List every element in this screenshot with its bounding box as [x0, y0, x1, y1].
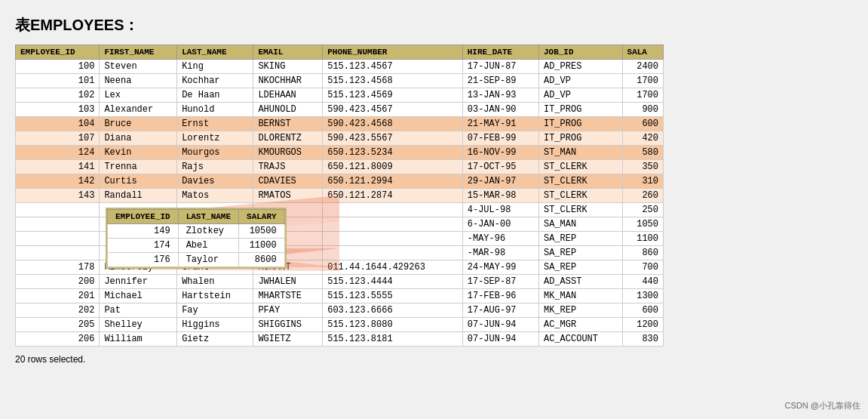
subquery-row: 149 Zlotkey 10500: [108, 224, 285, 239]
page-title: 表EMPLOYEES：: [15, 15, 853, 35]
subquery-table-wrapper: EMPLOYEE_ID LAST_NAME SALARY 149 Zlotkey…: [106, 208, 287, 269]
table-row: 200 Jennifer Whalen JWHALEN 515.123.4444…: [16, 275, 664, 289]
employees-table: EMPLOYEE_ID FIRST_NAME LAST_NAME EMAIL P…: [15, 45, 664, 347]
table-row: 141 Trenna Rajs TRAJS 650.121.8009 17-OC…: [16, 160, 664, 174]
sub-col-salary: SALARY: [239, 210, 285, 224]
subquery-table: EMPLOYEE_ID LAST_NAME SALARY 149 Zlotkey…: [107, 209, 285, 267]
table-row: 102 Lex De Haan LDEHAAN 515.123.4569 13-…: [16, 88, 664, 103]
table-row: 124 Kevin Mourgos KMOURGOS 650.123.5234 …: [16, 146, 664, 160]
table-row: 103 Alexander Hunold AHUNOLD 590.423.456…: [16, 103, 664, 117]
title-prefix: 表: [15, 17, 30, 33]
table-row: 107 Diana Lorentz DLORENTZ 590.423.5567 …: [16, 131, 664, 146]
title-main: EMPLOYEES：: [30, 17, 139, 33]
table-row: 100 Steven King SKING 515.123.4567 17-JU…: [16, 60, 664, 74]
col-phone: PHONE_NUMBER: [323, 45, 463, 60]
sub-col-employee-id: EMPLOYEE_ID: [108, 210, 179, 224]
subquery-row: 176 Taylor 8600: [108, 253, 285, 267]
table-row: 202 Pat Fay PFAY 603.123.6666 17-AUG-97 …: [16, 303, 664, 318]
table-row: 142 Curtis Davies CDAVIES 650.121.2994 2…: [16, 174, 664, 189]
col-job-id: JOB_ID: [538, 45, 622, 60]
table-row: 205 Shelley Higgins SHIGGINS 515.123.808…: [16, 318, 664, 332]
col-first-name: FIRST_NAME: [100, 45, 177, 60]
col-employee-id: EMPLOYEE_ID: [16, 45, 100, 60]
col-hire-date: HIRE_DATE: [462, 45, 538, 60]
table-row: 143 Randall Matos RMATOS 650.121.2874 15…: [16, 189, 664, 203]
table-row: 206 William Gietz WGIETZ 515.123.8181 07…: [16, 332, 664, 347]
subquery-row: 174 Abel 11000: [108, 239, 285, 253]
footer-text: 20 rows selected.: [15, 354, 853, 365]
col-email: EMAIL: [253, 45, 323, 60]
sub-col-last-name: LAST_NAME: [178, 210, 238, 224]
table-row: 201 Michael Hartstein MHARTSTE 515.123.5…: [16, 289, 664, 303]
table-row: 104 Bruce Ernst BERNST 590.423.4568 21-M…: [16, 117, 664, 131]
table-row: 101 Neena Kochhar NKOCHHAR 515.123.4568 …: [16, 74, 664, 88]
col-salary: SALA: [622, 45, 663, 60]
col-last-name: LAST_NAME: [177, 45, 253, 60]
